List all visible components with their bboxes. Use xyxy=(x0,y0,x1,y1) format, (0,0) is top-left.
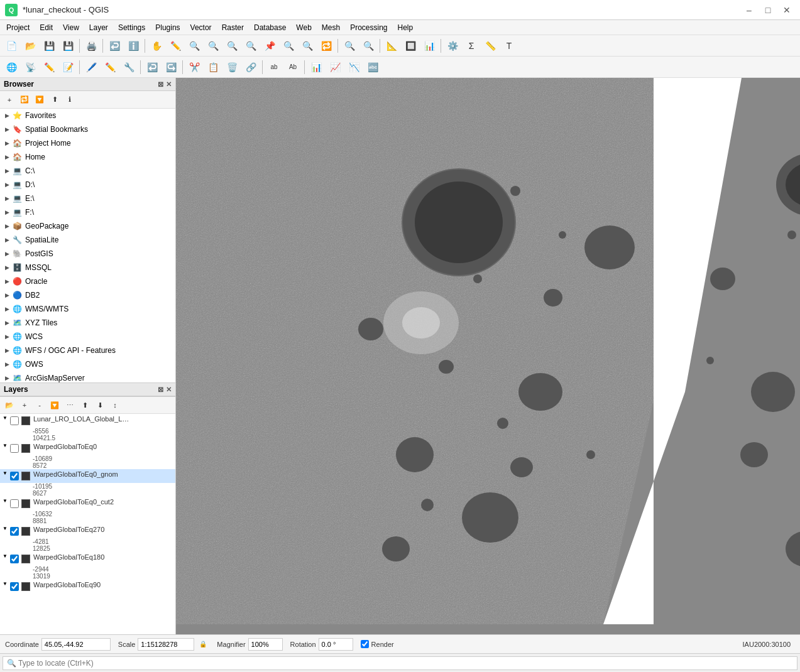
close-button[interactable]: ✕ xyxy=(779,2,795,18)
open-project-button[interactable]: 📂 xyxy=(21,37,39,55)
chart-up[interactable]: 📈 xyxy=(326,58,344,76)
browser-item-favorites[interactable]: ▶ ⭐ Favorites xyxy=(0,109,175,122)
select-button[interactable]: 🔍 xyxy=(359,37,377,55)
browser-item-wcs[interactable]: ▶ 🌐 WCS xyxy=(0,330,175,344)
menu-vector[interactable]: Vector xyxy=(185,20,217,35)
render-checkbox[interactable] xyxy=(361,640,369,648)
layer-item-5[interactable]: ▼ WarpedGlobalToEq270 xyxy=(0,524,175,538)
layer-check-6[interactable] xyxy=(10,555,19,563)
measure-button[interactable]: 📐 xyxy=(383,37,400,55)
identify-button[interactable]: 🔍 xyxy=(341,37,358,55)
browser-item-e[interactable]: ▶ 💻 E:\ xyxy=(0,192,175,205)
layer-filter-button[interactable]: 🔽 xyxy=(48,398,62,412)
browser-item-wfs[interactable]: ▶ 🌐 WFS / OGC API - Features xyxy=(0,344,175,357)
layer-expand[interactable]: ↕ xyxy=(108,398,122,412)
open-layer-button[interactable]: 📂 xyxy=(3,398,16,412)
browser-item-bookmarks[interactable]: ▶ 🔖 Spatial Bookmarks xyxy=(0,122,175,136)
browser-add-button[interactable]: + xyxy=(3,93,16,107)
layer-check-1[interactable] xyxy=(10,416,19,425)
print-button[interactable]: 🖨️ xyxy=(82,37,100,55)
browser-item-mssql[interactable]: ▶ 🗄️ MSSQL xyxy=(0,261,175,274)
layers-close-button[interactable]: ✕ xyxy=(166,386,172,394)
menu-processing[interactable]: Processing xyxy=(345,20,392,35)
delete-features[interactable]: 🗑️ xyxy=(223,58,241,76)
browser-item-d[interactable]: ▶ 💻 D:\ xyxy=(0,178,175,192)
chart-down[interactable]: 📉 xyxy=(345,58,363,76)
browser-item-ows[interactable]: ▶ 🌐 OWS xyxy=(0,357,175,371)
layer-check-3[interactable] xyxy=(10,472,19,480)
browser-item-projecthome[interactable]: ▶ 🏠 Project Home xyxy=(0,136,175,150)
browser-item-postgis[interactable]: ▶ 🐘 PostGIS xyxy=(0,247,175,261)
menu-edit[interactable]: Edit xyxy=(35,20,58,35)
browser-filter-button[interactable]: 🔽 xyxy=(33,93,47,107)
layer-item-2[interactable]: ▼ WarpedGlobalToEq0 xyxy=(0,442,175,455)
paste-features[interactable]: 🔗 xyxy=(242,58,260,76)
browser-tree[interactable]: ▶ ⭐ Favorites ▶ 🔖 Spatial Bookmarks ▶ 🏠 … xyxy=(0,109,175,382)
browser-item-home[interactable]: ▶ 🏠 Home xyxy=(0,150,175,164)
redo-edit[interactable]: ↪️ xyxy=(162,58,180,76)
layer-move-up[interactable]: ⬆ xyxy=(78,398,92,412)
menu-settings[interactable]: Settings xyxy=(113,20,150,35)
remove-layer-button[interactable]: - xyxy=(33,398,47,412)
zoom-in-button[interactable]: 🔍 xyxy=(185,37,203,55)
rotation-input[interactable] xyxy=(319,638,353,651)
label-lowercase[interactable]: ab xyxy=(265,58,283,76)
browser-item-c[interactable]: ▶ 💻 C:\ xyxy=(0,164,175,178)
text-button[interactable]: 🔤 xyxy=(364,58,381,76)
browser-item-oracle[interactable]: ▶ 🔴 Oracle xyxy=(0,274,175,288)
minimize-button[interactable]: – xyxy=(741,2,757,18)
stats-chart[interactable]: 📊 xyxy=(307,58,325,76)
save-project-button[interactable]: 💾 xyxy=(40,37,58,55)
calculator-button[interactable]: 📏 xyxy=(481,37,499,55)
statistical-button[interactable]: 📊 xyxy=(420,37,438,55)
browser-float-button[interactable]: ⊠ xyxy=(158,80,163,89)
maximize-button[interactable]: □ xyxy=(760,2,776,18)
layer-item-7[interactable]: ▼ WarpedGlobalToEq90 xyxy=(0,580,175,593)
scale-input[interactable] xyxy=(138,638,194,651)
browser-item-wmswmts[interactable]: ▶ 🌐 WMS/WMTS xyxy=(0,302,175,316)
menu-web[interactable]: Web xyxy=(291,20,316,35)
magnifier-input[interactable] xyxy=(248,638,283,651)
coordinate-input[interactable] xyxy=(41,638,111,651)
layer-more-button[interactable]: ⋯ xyxy=(63,398,77,412)
menu-layer[interactable]: Layer xyxy=(84,20,113,35)
layers-tree[interactable]: ▼ Lunar_LRO_LOLA_Global_LDFM_118m -8556 … xyxy=(0,414,175,634)
browser-help-button[interactable]: ℹ xyxy=(63,93,77,107)
undo-button[interactable]: ↩️ xyxy=(106,37,123,55)
add-layer-button[interactable]: + xyxy=(18,398,31,412)
browser-refresh-button[interactable]: 🔁 xyxy=(18,93,31,107)
menu-view[interactable]: View xyxy=(58,20,84,35)
crs-button[interactable]: IAU2000:30100 xyxy=(738,636,795,653)
scale-lock-button[interactable]: 🔒 xyxy=(197,638,209,651)
browser-close-button[interactable]: ✕ xyxy=(166,80,172,89)
layer-check-2[interactable] xyxy=(10,444,19,453)
zoom-next-button[interactable]: 🔍 xyxy=(299,37,316,55)
plugins-button[interactable]: ⚙️ xyxy=(444,37,461,55)
label-button[interactable]: 📝 xyxy=(59,58,77,76)
save-as-button[interactable]: 💾 xyxy=(59,37,77,55)
browser-item-f[interactable]: ▶ 💻 F:\ xyxy=(0,205,175,219)
zoom-layer-button[interactable]: 🔍 xyxy=(242,37,260,55)
properties-button[interactable]: ℹ️ xyxy=(124,37,142,55)
zoom-selection-button[interactable]: 📌 xyxy=(261,37,278,55)
layer-item-6[interactable]: ▼ WarpedGlobalToEq180 xyxy=(0,552,175,566)
layer-check-5[interactable] xyxy=(10,527,19,536)
draw-button[interactable]: ✏️ xyxy=(40,58,58,76)
zoom-out-button[interactable]: 🔍 xyxy=(204,37,222,55)
menu-plugins[interactable]: Plugins xyxy=(150,20,185,35)
edit-layer-button[interactable]: 📡 xyxy=(21,58,39,76)
menu-raster[interactable]: Raster xyxy=(217,20,249,35)
annotations-button[interactable]: T xyxy=(500,37,518,55)
menu-mesh[interactable]: Mesh xyxy=(317,20,345,35)
zoom-last-button[interactable]: 🔍 xyxy=(280,37,297,55)
digitize-2[interactable]: 🖊️ xyxy=(82,58,100,76)
menu-database[interactable]: Database xyxy=(249,20,291,35)
pan-map-button[interactable]: ✏️ xyxy=(167,37,184,55)
undo-edit[interactable]: ↩️ xyxy=(143,58,161,76)
browser-item-db2[interactable]: ▶ 🔵 DB2 xyxy=(0,288,175,302)
digitize-button[interactable]: 🌐 xyxy=(3,58,20,76)
layer-item-4[interactable]: ▼ WarpedGlobalToEq0_cut2 xyxy=(0,497,175,511)
copy-features[interactable]: 📋 xyxy=(204,58,222,76)
zoom-full-button[interactable]: 🔍 xyxy=(223,37,241,55)
new-project-button[interactable]: 📄 xyxy=(3,37,20,55)
